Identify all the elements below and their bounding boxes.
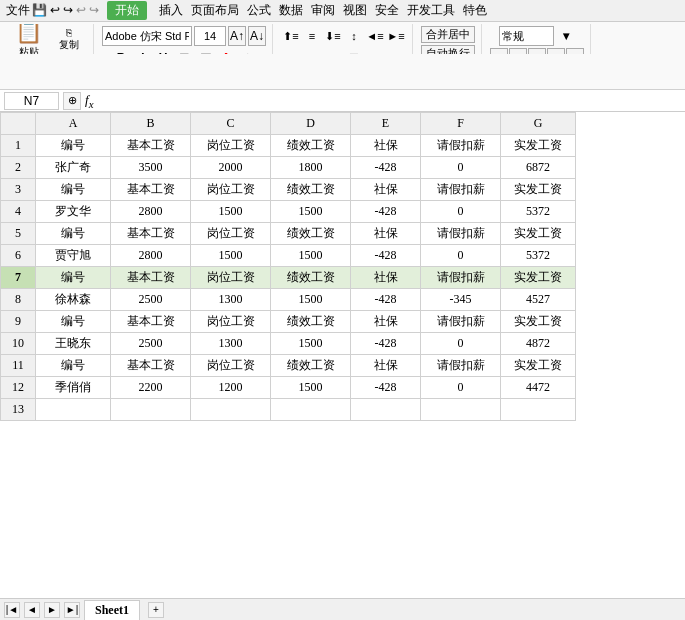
number-format-dropdown-btn[interactable]: ▾ xyxy=(556,26,576,46)
cell-r11-cC[interactable]: 岗位工资 xyxy=(191,355,271,377)
cell-reference-box[interactable] xyxy=(4,92,59,110)
cell-r13-cD[interactable] xyxy=(271,399,351,421)
cell-r4-cE[interactable]: -428 xyxy=(351,201,421,223)
cell-r2-cG[interactable]: 6872 xyxy=(501,157,576,179)
cell-r9-cE[interactable]: 社保 xyxy=(351,311,421,333)
cell-r1-cF[interactable]: 请假扣薪 xyxy=(421,135,501,157)
decrease-decimal-btn[interactable]: .0 xyxy=(566,48,584,54)
cell-r13-cF[interactable] xyxy=(421,399,501,421)
menu-data[interactable]: 数据 xyxy=(279,2,303,19)
menu-security[interactable]: 安全 xyxy=(375,2,399,19)
cell-r1-cD[interactable]: 绩效工资 xyxy=(271,135,351,157)
sheet-nav-prev-btn[interactable]: ◄ xyxy=(24,602,40,618)
cell-r13-cC[interactable] xyxy=(191,399,271,421)
merge-center-button[interactable]: 合并居中 xyxy=(421,26,475,43)
cell-r7-cC[interactable]: 岗位工资 xyxy=(191,267,271,289)
cell-r12-cE[interactable]: -428 xyxy=(351,377,421,399)
align-top-button[interactable]: ⬆≡ xyxy=(281,26,301,46)
cell-r1-cA[interactable]: 编号 xyxy=(36,135,111,157)
decrease-font-size-btn[interactable]: A↓ xyxy=(248,26,266,46)
sheet-nav-first-btn[interactable]: |◄ xyxy=(4,602,20,618)
cell-r5-cG[interactable]: 实发工资 xyxy=(501,223,576,245)
align-justify-button[interactable]: ☰ xyxy=(344,48,364,54)
cell-r9-cB[interactable]: 基本工资 xyxy=(111,311,191,333)
cell-r5-cE[interactable]: 社保 xyxy=(351,223,421,245)
cell-r5-cA[interactable]: 编号 xyxy=(36,223,111,245)
add-sheet-btn[interactable]: + xyxy=(148,602,164,618)
font-color-button[interactable]: A xyxy=(216,48,236,54)
cell-r13-cE[interactable] xyxy=(351,399,421,421)
clear-button[interactable]: ◇ xyxy=(237,48,257,54)
cell-r10-cF[interactable]: 0 xyxy=(421,333,501,355)
indent-decrease-button[interactable]: ◄≡ xyxy=(365,26,385,46)
menu-insert[interactable]: 插入 xyxy=(159,2,183,19)
cell-r4-cC[interactable]: 1500 xyxy=(191,201,271,223)
text-direction-button[interactable]: ↕ xyxy=(344,26,364,46)
cell-r9-cC[interactable]: 岗位工资 xyxy=(191,311,271,333)
menu-view[interactable]: 视图 xyxy=(343,2,367,19)
cell-r3-cG[interactable]: 实发工资 xyxy=(501,179,576,201)
cell-r8-cE[interactable]: -428 xyxy=(351,289,421,311)
menu-review[interactable]: 审阅 xyxy=(311,2,335,19)
cell-r13-cB[interactable] xyxy=(111,399,191,421)
cell-r9-cD[interactable]: 绩效工资 xyxy=(271,311,351,333)
thousand-separator-btn[interactable]: , xyxy=(528,48,546,54)
increase-decimal-btn[interactable]: .0 xyxy=(547,48,565,54)
cell-r6-cC[interactable]: 1500 xyxy=(191,245,271,267)
cell-r3-cA[interactable]: 编号 xyxy=(36,179,111,201)
cell-r1-cB[interactable]: 基本工资 xyxy=(111,135,191,157)
cell-r12-cC[interactable]: 1200 xyxy=(191,377,271,399)
fill-color-button[interactable]: ◧ xyxy=(195,48,215,54)
menu-page-layout[interactable]: 页面布局 xyxy=(191,2,239,19)
cell-r10-cD[interactable]: 1500 xyxy=(271,333,351,355)
cell-r4-cF[interactable]: 0 xyxy=(421,201,501,223)
cell-r9-cG[interactable]: 实发工资 xyxy=(501,311,576,333)
cell-r8-cD[interactable]: 1500 xyxy=(271,289,351,311)
sheet-tab-sheet1[interactable]: Sheet1 xyxy=(84,600,140,620)
cell-r7-cG[interactable]: 实发工资 xyxy=(501,267,576,289)
cell-r10-cC[interactable]: 1300 xyxy=(191,333,271,355)
indent-increase-button[interactable]: ►≡ xyxy=(386,26,406,46)
cell-r2-cB[interactable]: 3500 xyxy=(111,157,191,179)
cell-r6-cB[interactable]: 2800 xyxy=(111,245,191,267)
cell-r7-cA[interactable]: 编号 xyxy=(36,267,111,289)
font-size-input[interactable] xyxy=(194,26,226,46)
align-middle-button[interactable]: ≡ xyxy=(302,26,322,46)
cell-r8-cG[interactable]: 4527 xyxy=(501,289,576,311)
border-button[interactable]: ⊞ xyxy=(174,48,194,54)
cell-r12-cA[interactable]: 季俏俏 xyxy=(36,377,111,399)
font-name-input[interactable] xyxy=(102,26,192,46)
align-extra2-button[interactable]: ≡ xyxy=(386,48,406,54)
cell-r7-cE[interactable]: 社保 xyxy=(351,267,421,289)
cell-r11-cE[interactable]: 社保 xyxy=(351,355,421,377)
align-bottom-button[interactable]: ⬇≡ xyxy=(323,26,343,46)
cell-r8-cB[interactable]: 2500 xyxy=(111,289,191,311)
cell-r4-cA[interactable]: 罗文华 xyxy=(36,201,111,223)
cell-r8-cF[interactable]: -345 xyxy=(421,289,501,311)
cell-r7-cD[interactable]: 绩效工资 xyxy=(271,267,351,289)
cell-r6-cF[interactable]: 0 xyxy=(421,245,501,267)
cell-r12-cD[interactable]: 1500 xyxy=(271,377,351,399)
cell-r2-cE[interactable]: -428 xyxy=(351,157,421,179)
cell-r6-cD[interactable]: 1500 xyxy=(271,245,351,267)
menu-formula[interactable]: 公式 xyxy=(247,2,271,19)
start-tab-btn[interactable]: 开始 xyxy=(107,1,147,20)
cell-r9-cA[interactable]: 编号 xyxy=(36,311,111,333)
cell-r10-cB[interactable]: 2500 xyxy=(111,333,191,355)
cell-r3-cB[interactable]: 基本工资 xyxy=(111,179,191,201)
cell-r3-cC[interactable]: 岗位工资 xyxy=(191,179,271,201)
cell-r3-cD[interactable]: 绩效工资 xyxy=(271,179,351,201)
cell-r11-cG[interactable]: 实发工资 xyxy=(501,355,576,377)
cell-r10-cA[interactable]: 王晓东 xyxy=(36,333,111,355)
cell-r3-cF[interactable]: 请假扣薪 xyxy=(421,179,501,201)
cell-r1-cC[interactable]: 岗位工资 xyxy=(191,135,271,157)
sheet-area[interactable]: ABCDEFG 1编号基本工资岗位工资绩效工资社保请假扣薪实发工资2张广奇350… xyxy=(0,112,685,598)
cell-r9-cF[interactable]: 请假扣薪 xyxy=(421,311,501,333)
cell-r6-cE[interactable]: -428 xyxy=(351,245,421,267)
cell-r5-cD[interactable]: 绩效工资 xyxy=(271,223,351,245)
wrap-text-button[interactable]: 自动换行 xyxy=(421,45,475,54)
cell-r2-cC[interactable]: 2000 xyxy=(191,157,271,179)
cell-r11-cA[interactable]: 编号 xyxy=(36,355,111,377)
sheet-nav-next-btn[interactable]: ► xyxy=(44,602,60,618)
cell-r2-cA[interactable]: 张广奇 xyxy=(36,157,111,179)
